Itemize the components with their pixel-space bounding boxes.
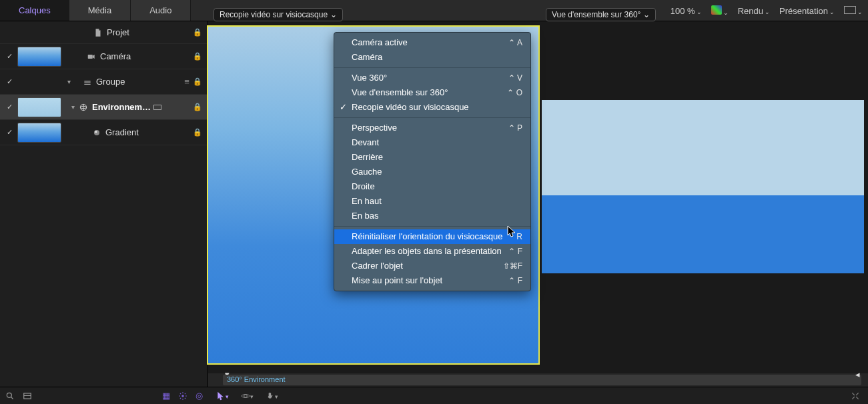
visibility-check[interactable]: ✓ xyxy=(4,52,15,61)
hand-tool[interactable]: ▾ xyxy=(266,391,278,401)
menu-separator xyxy=(334,117,530,118)
stack-icon: ≡ xyxy=(181,77,193,87)
group-label: Groupe xyxy=(93,77,181,87)
expand-icon[interactable] xyxy=(851,391,860,401)
menu-right[interactable]: Droite xyxy=(334,179,530,194)
tab-audio[interactable]: Audio xyxy=(131,0,191,21)
gradient-icon xyxy=(91,127,103,138)
timeline-clip[interactable]: 360° Environment xyxy=(223,375,861,385)
menu-bottom[interactable]: En bas xyxy=(334,209,530,223)
layer-thumb xyxy=(17,47,61,67)
aspect-menu[interactable]: ⌄ xyxy=(844,6,863,16)
render-menu[interactable]: Rendu⌄ xyxy=(738,6,770,16)
out-point-icon[interactable]: ◂ xyxy=(855,369,860,379)
layer-row-project[interactable]: Projet 🔒 xyxy=(0,21,207,44)
svg-rect-0 xyxy=(88,55,93,59)
visibility-check[interactable]: ✓ xyxy=(4,103,15,111)
menu-camera-active[interactable]: Caméra active⌃ A xyxy=(334,35,530,50)
viewport-right[interactable] xyxy=(542,27,864,363)
lock-icon[interactable]: 🔒 xyxy=(193,128,203,137)
svg-point-7 xyxy=(181,395,184,398)
menu-left[interactable]: Gauche xyxy=(334,165,530,179)
menu-frame-object[interactable]: Cadrer l'objet⇧⌘F xyxy=(334,259,530,273)
menu-fit-objects[interactable]: Adapter les objets dans la présentation⌃… xyxy=(334,244,530,259)
layer-row-group[interactable]: ✓ ▾ Groupe ≡ 🔒 xyxy=(0,69,207,95)
menu-separator xyxy=(334,226,530,227)
menu-front[interactable]: Devant xyxy=(334,135,530,150)
layer-thumb xyxy=(17,123,61,143)
svg-point-4 xyxy=(95,131,97,133)
zoom-level[interactable]: 100 %⌄ xyxy=(671,6,702,16)
filter-icon[interactable]: ◎ xyxy=(195,391,203,401)
chevron-down-icon: ⌄ xyxy=(643,10,650,19)
layer-row-environment[interactable]: ✓ ▾ Environnem… 🔒 xyxy=(0,95,207,120)
disclosure-icon[interactable]: ▾ xyxy=(68,103,77,111)
group-icon xyxy=(81,77,93,87)
bottom-toolbar: ▾ ▾ ▾ xyxy=(208,387,868,404)
chevron-down-icon: ⌄ xyxy=(330,10,337,19)
layer-row-gradient[interactable]: ✓ Gradient 🔒 xyxy=(0,120,207,145)
lock-icon[interactable]: 🔒 xyxy=(193,28,203,37)
preview-sky xyxy=(542,100,864,273)
layer-row-camera[interactable]: ✓ Caméra 🔒 xyxy=(0,44,207,69)
menu-mirror-headset[interactable]: Recopie vidéo sur visiocasque xyxy=(334,100,530,115)
canvas xyxy=(208,21,868,373)
menu-reset-orientation[interactable]: Réinitialiser l'orientation du visiocasq… xyxy=(334,229,530,244)
svg-point-8 xyxy=(244,395,248,398)
visibility-check[interactable]: ✓ xyxy=(4,77,15,86)
menu-overview-360[interactable]: Vue d'ensemble sur 360°⌃ O xyxy=(334,85,530,100)
menu-view-360[interactable]: Vue 360°⌃ V xyxy=(334,71,530,85)
search-icon[interactable] xyxy=(5,391,15,401)
project-label: Projet xyxy=(104,27,193,37)
menu-focus-object[interactable]: Mise au point sur l'objet⌃ F xyxy=(334,273,530,288)
presentation-menu[interactable]: Présentation⌄ xyxy=(779,6,835,16)
panel-icon[interactable] xyxy=(23,391,32,401)
tab-media[interactable]: Média xyxy=(69,0,131,21)
gradient-label: Gradient xyxy=(103,127,193,137)
menu-top[interactable]: En haut xyxy=(334,194,530,209)
environment-label: Environnem… xyxy=(89,102,193,112)
tab-layers[interactable]: Calques xyxy=(0,0,69,21)
layer-thumb xyxy=(17,97,61,117)
orbit-tool[interactable]: ▾ xyxy=(241,391,254,401)
disclosure-icon[interactable]: ▾ xyxy=(64,78,73,85)
camera-label: Caméra xyxy=(97,51,193,61)
camera-icon xyxy=(85,51,97,62)
color-picker[interactable]: ⌄ xyxy=(711,5,729,17)
svg-point-5 xyxy=(7,393,11,398)
lock-icon[interactable]: 🔒 xyxy=(193,77,203,86)
menu-perspective[interactable]: Perspective⌃ P xyxy=(334,121,530,135)
lock-icon[interactable]: 🔒 xyxy=(193,103,203,111)
bottom-left-bar: ▦ ◎ xyxy=(0,387,208,404)
badge-icon xyxy=(153,105,161,110)
svg-point-9 xyxy=(242,395,250,398)
menu-separator xyxy=(334,67,530,68)
file-icon xyxy=(92,27,104,38)
layers-panel: Projet 🔒 ✓ Caméra 🔒 ✓ ▾ Groupe ≡ 🔒 ✓ ▾ E… xyxy=(0,21,208,387)
sphere-icon xyxy=(77,102,89,113)
menu-back[interactable]: Derrière xyxy=(334,150,530,165)
gear-icon[interactable] xyxy=(178,391,187,401)
menu-camera[interactable]: Caméra xyxy=(334,50,530,65)
view-select-left[interactable]: Recopie vidéo sur visiocasque⌄ xyxy=(213,8,343,21)
timeline[interactable]: ▾ 360° Environment ◂ xyxy=(208,373,868,387)
lock-icon[interactable]: 🔒 xyxy=(193,52,203,61)
grid-icon[interactable]: ▦ xyxy=(162,391,170,401)
visibility-check[interactable]: ✓ xyxy=(4,128,15,137)
view-select-right[interactable]: Vue d'ensemble sur 360°⌄ xyxy=(546,8,656,21)
pointer-tool[interactable]: ▾ xyxy=(216,391,229,401)
view-context-menu: Caméra active⌃ A Caméra Vue 360°⌃ V Vue … xyxy=(334,32,531,291)
